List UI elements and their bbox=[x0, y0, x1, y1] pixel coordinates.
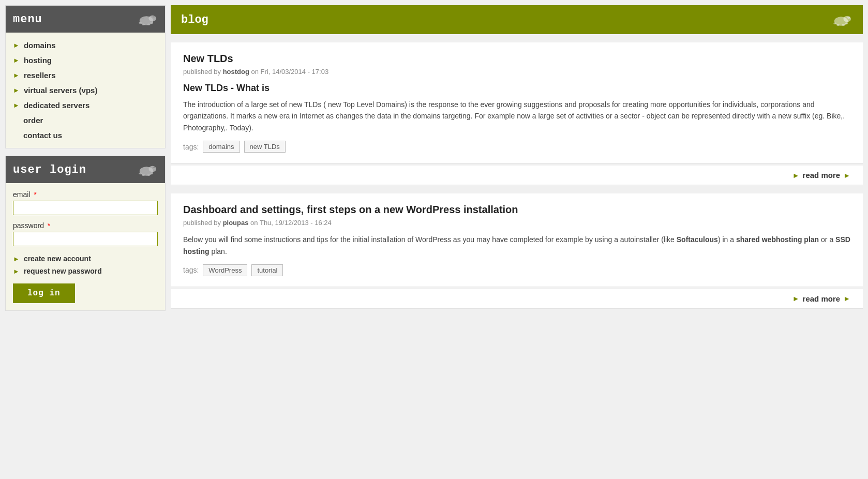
svg-point-5 bbox=[147, 23, 150, 25]
menu-item-resellers[interactable]: ► resellers bbox=[6, 68, 165, 83]
sidebar: menu ► domains bbox=[0, 0, 171, 479]
main-content: blog New TLDs published by hostdog bbox=[171, 0, 868, 479]
password-input[interactable] bbox=[13, 232, 158, 246]
login-form: email * password * ► create new account bbox=[6, 183, 165, 310]
svg-point-22 bbox=[833, 23, 836, 25]
post-1-body: The introduction of a large set of new T… bbox=[183, 99, 850, 133]
tag-domains[interactable]: domains bbox=[203, 141, 240, 153]
menu-item-order[interactable]: order bbox=[6, 113, 165, 128]
post-1-title: New TLDs bbox=[183, 53, 850, 65]
blog-title: blog bbox=[181, 13, 208, 26]
arrow-icon: ► bbox=[13, 101, 20, 109]
pig-icon-blog bbox=[830, 11, 852, 28]
svg-point-8 bbox=[153, 17, 154, 18]
menu-title: menu bbox=[13, 13, 42, 26]
svg-point-24 bbox=[842, 24, 845, 26]
login-box: user login email * bbox=[5, 156, 166, 311]
request-password-item[interactable]: ► request new password bbox=[13, 265, 158, 277]
email-label: email * bbox=[13, 190, 158, 199]
svg-point-13 bbox=[139, 173, 142, 175]
read-more-row-2: ► read more ► bbox=[171, 289, 863, 309]
read-more-link-1[interactable]: ► read more ► bbox=[792, 171, 850, 179]
arrow-icon: ► bbox=[13, 267, 20, 275]
tag-wordpress[interactable]: WordPress bbox=[203, 264, 247, 276]
arrow-icon: ► bbox=[13, 255, 20, 263]
create-account-link[interactable]: ► create new account bbox=[13, 255, 158, 263]
menu-list: ► domains ► hosting ► resellers bbox=[6, 33, 165, 148]
post-2-tags: tags: WordPress tutorial bbox=[183, 264, 850, 276]
login-header: user login bbox=[6, 156, 165, 183]
read-more-arrow-2: ► bbox=[792, 294, 800, 303]
svg-point-16 bbox=[150, 173, 153, 175]
pig-icon bbox=[135, 11, 158, 27]
tag-new-tlds[interactable]: new TLDs bbox=[244, 141, 286, 153]
tag-tutorial[interactable]: tutorial bbox=[251, 264, 283, 276]
svg-point-9 bbox=[154, 17, 155, 18]
post-2-meta: published by ploupas on Thu, 19/12/2013 … bbox=[183, 219, 850, 227]
post-2-title: Dashboard and settings, first steps on a… bbox=[183, 204, 850, 216]
post-1-meta: published by hostdog on Fri, 14/03/2014 … bbox=[183, 68, 850, 76]
menu-item-dedicated[interactable]: ► dedicated servers bbox=[6, 98, 165, 113]
menu-item-domains[interactable]: ► domains bbox=[6, 38, 165, 53]
svg-point-3 bbox=[139, 22, 142, 24]
login-button[interactable]: log in bbox=[13, 283, 75, 303]
arrow-icon: ► bbox=[13, 56, 20, 64]
pig-icon-login bbox=[135, 161, 158, 178]
menu-box: menu ► domains bbox=[5, 5, 166, 148]
svg-point-1 bbox=[148, 16, 156, 22]
read-more-link-2[interactable]: ► read more ► bbox=[792, 294, 850, 303]
menu-item-hosting[interactable]: ► hosting bbox=[6, 53, 165, 68]
read-more-arrow-1: ► bbox=[792, 171, 800, 179]
svg-point-23 bbox=[836, 24, 840, 26]
svg-point-20 bbox=[843, 16, 851, 22]
post-1-subtitle: New TLDs - What is bbox=[183, 83, 850, 94]
blog-post-2: Dashboard and settings, first steps on a… bbox=[171, 193, 863, 287]
tags-label-2: tags: bbox=[183, 266, 199, 274]
arrow-icon: ► bbox=[13, 41, 20, 49]
menu-item-contact[interactable]: contact us bbox=[6, 128, 165, 143]
svg-point-4 bbox=[142, 23, 145, 25]
read-more-arrow-right-1: ► bbox=[843, 171, 850, 179]
menu-item-vps[interactable]: ► virtual servers (vps) bbox=[6, 83, 165, 98]
svg-point-18 bbox=[154, 167, 155, 168]
post-2-author: ploupas bbox=[223, 219, 249, 227]
svg-point-11 bbox=[148, 166, 156, 172]
svg-point-25 bbox=[845, 23, 848, 25]
post-1-tags: tags: domains new TLDs bbox=[183, 141, 850, 153]
tags-label-1: tags: bbox=[183, 143, 199, 151]
email-required: * bbox=[34, 190, 36, 199]
svg-point-17 bbox=[153, 167, 154, 168]
svg-point-6 bbox=[150, 22, 153, 24]
svg-point-15 bbox=[147, 174, 150, 176]
blog-header: blog bbox=[171, 5, 863, 34]
post-2-body: Below you will find some instructions an… bbox=[183, 234, 850, 257]
read-more-row-1: ► read more ► bbox=[171, 166, 863, 185]
login-title: user login bbox=[13, 163, 86, 176]
password-label: password * bbox=[13, 221, 158, 230]
create-account-item[interactable]: ► create new account bbox=[13, 252, 158, 265]
arrow-icon: ► bbox=[13, 86, 20, 94]
blog-post-1: New TLDs published by hostdog on Fri, 14… bbox=[171, 42, 863, 163]
svg-point-26 bbox=[847, 17, 848, 18]
svg-point-27 bbox=[849, 17, 850, 18]
post-1-author: hostdog bbox=[223, 68, 249, 76]
svg-point-14 bbox=[142, 174, 145, 176]
svg-point-7 bbox=[141, 18, 143, 19]
login-links: ► create new account ► request new passw… bbox=[13, 252, 158, 277]
password-required: * bbox=[48, 221, 50, 230]
email-input[interactable] bbox=[13, 201, 158, 215]
arrow-icon: ► bbox=[13, 71, 20, 79]
read-more-arrow-right-2: ► bbox=[843, 294, 850, 303]
request-password-link[interactable]: ► request new password bbox=[13, 267, 158, 275]
menu-header: menu bbox=[6, 6, 165, 33]
